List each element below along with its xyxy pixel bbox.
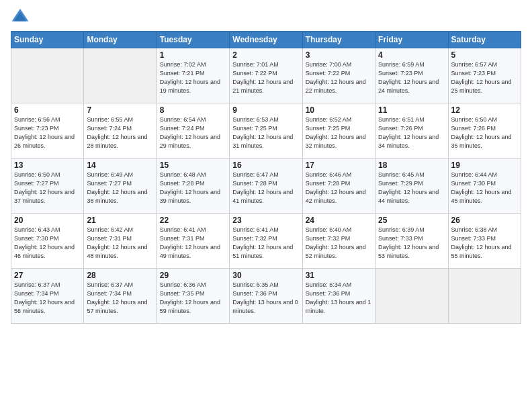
day-number: 1 [160,50,226,60]
day-number: 7 [87,105,153,115]
day-info: Sunrise: 6:39 AMSunset: 7:33 PMDaylight:… [378,226,445,261]
calendar-cell: 19Sunrise: 6:44 AMSunset: 7:30 PMDayligh… [448,158,521,214]
calendar-cell: 28Sunrise: 6:37 AMSunset: 7:34 PMDayligh… [84,269,157,324]
day-number: 2 [232,50,299,60]
day-info: Sunrise: 6:34 AMSunset: 7:36 PMDaylight:… [306,281,372,316]
day-info: Sunrise: 6:51 AMSunset: 7:26 PMDaylight:… [378,116,445,150]
weekday-row: SundayMondayTuesdayWednesdayThursdayFrid… [11,32,521,48]
day-number: 12 [451,105,518,115]
calendar-cell: 16Sunrise: 6:47 AMSunset: 7:28 PMDayligh… [230,158,302,214]
calendar-cell: 9Sunrise: 6:53 AMSunset: 7:25 PMDaylight… [230,103,302,158]
day-number: 22 [160,216,226,225]
calendar-week-2: 6Sunrise: 6:56 AMSunset: 7:23 PMDaylight… [11,103,521,158]
day-number: 26 [451,216,518,225]
calendar-cell: 24Sunrise: 6:40 AMSunset: 7:32 PMDayligh… [302,214,375,269]
header [11,7,521,26]
calendar-table: SundayMondayTuesdayWednesdayThursdayFrid… [11,31,521,324]
calendar-cell: 5Sunrise: 6:57 AMSunset: 7:23 PMDaylight… [448,48,521,103]
day-info: Sunrise: 6:35 AMSunset: 7:36 PMDaylight:… [232,281,299,316]
page: SundayMondayTuesdayWednesdayThursdayFrid… [0,0,532,411]
calendar-cell: 8Sunrise: 6:54 AMSunset: 7:24 PMDaylight… [157,103,229,158]
day-info: Sunrise: 7:00 AMSunset: 7:22 PMDaylight:… [306,60,372,95]
day-number: 23 [232,216,299,225]
weekday-header-tuesday: Tuesday [157,32,229,48]
day-info: Sunrise: 6:50 AMSunset: 7:26 PMDaylight:… [451,116,518,150]
calendar-cell: 20Sunrise: 6:43 AMSunset: 7:30 PMDayligh… [11,214,84,269]
weekday-header-thursday: Thursday [302,32,375,48]
day-number: 8 [160,105,226,115]
day-number: 24 [306,216,372,225]
calendar-body: 1Sunrise: 7:02 AMSunset: 7:21 PMDaylight… [11,48,521,324]
day-number: 30 [232,271,299,280]
day-info: Sunrise: 7:01 AMSunset: 7:22 PMDaylight:… [232,60,299,95]
calendar-week-5: 27Sunrise: 6:37 AMSunset: 7:34 PMDayligh… [11,269,521,324]
day-number: 19 [451,161,518,170]
calendar-cell: 25Sunrise: 6:39 AMSunset: 7:33 PMDayligh… [375,214,448,269]
day-number: 27 [14,271,81,280]
day-number: 21 [87,216,153,225]
day-info: Sunrise: 6:50 AMSunset: 7:27 PMDaylight:… [14,171,81,205]
day-number: 13 [14,161,81,170]
day-info: Sunrise: 6:46 AMSunset: 7:28 PMDaylight:… [306,171,372,205]
weekday-header-wednesday: Wednesday [230,32,302,48]
calendar-cell: 29Sunrise: 6:36 AMSunset: 7:35 PMDayligh… [157,269,229,324]
day-info: Sunrise: 6:38 AMSunset: 7:33 PMDaylight:… [451,226,518,261]
day-info: Sunrise: 6:41 AMSunset: 7:31 PMDaylight:… [160,226,226,261]
calendar-cell [448,269,521,324]
day-number: 6 [14,105,81,115]
day-info: Sunrise: 6:36 AMSunset: 7:35 PMDaylight:… [160,281,226,316]
day-number: 10 [306,105,372,115]
day-number: 28 [87,271,153,280]
calendar-cell: 15Sunrise: 6:48 AMSunset: 7:28 PMDayligh… [157,158,229,214]
day-info: Sunrise: 6:54 AMSunset: 7:24 PMDaylight:… [160,116,226,150]
calendar-cell: 1Sunrise: 7:02 AMSunset: 7:21 PMDaylight… [157,48,229,103]
day-info: Sunrise: 6:42 AMSunset: 7:31 PMDaylight:… [87,226,153,261]
calendar-cell: 10Sunrise: 6:52 AMSunset: 7:25 PMDayligh… [302,103,375,158]
calendar-cell: 26Sunrise: 6:38 AMSunset: 7:33 PMDayligh… [448,214,521,269]
weekday-header-friday: Friday [375,32,448,48]
day-info: Sunrise: 6:56 AMSunset: 7:23 PMDaylight:… [14,116,81,150]
day-number: 14 [87,161,153,170]
calendar-cell: 31Sunrise: 6:34 AMSunset: 7:36 PMDayligh… [302,269,375,324]
day-info: Sunrise: 6:53 AMSunset: 7:25 PMDaylight:… [232,116,299,150]
day-info: Sunrise: 6:59 AMSunset: 7:23 PMDaylight:… [378,60,445,95]
calendar-cell: 12Sunrise: 6:50 AMSunset: 7:26 PMDayligh… [448,103,521,158]
day-info: Sunrise: 6:37 AMSunset: 7:34 PMDaylight:… [14,281,81,316]
calendar-cell: 17Sunrise: 6:46 AMSunset: 7:28 PMDayligh… [302,158,375,214]
calendar-week-3: 13Sunrise: 6:50 AMSunset: 7:27 PMDayligh… [11,158,521,214]
weekday-header-monday: Monday [84,32,157,48]
calendar-cell: 4Sunrise: 6:59 AMSunset: 7:23 PMDaylight… [375,48,448,103]
calendar-cell: 30Sunrise: 6:35 AMSunset: 7:36 PMDayligh… [230,269,302,324]
day-number: 11 [378,105,445,115]
calendar-cell [375,269,448,324]
weekday-header-saturday: Saturday [448,32,521,48]
day-number: 5 [451,50,518,60]
calendar-week-1: 1Sunrise: 7:02 AMSunset: 7:21 PMDaylight… [11,48,521,103]
logo-icon [11,7,30,26]
calendar-cell: 21Sunrise: 6:42 AMSunset: 7:31 PMDayligh… [84,214,157,269]
calendar-cell: 14Sunrise: 6:49 AMSunset: 7:27 PMDayligh… [84,158,157,214]
day-number: 25 [378,216,445,225]
calendar-cell: 27Sunrise: 6:37 AMSunset: 7:34 PMDayligh… [11,269,84,324]
day-info: Sunrise: 6:47 AMSunset: 7:28 PMDaylight:… [232,171,299,205]
day-info: Sunrise: 6:37 AMSunset: 7:34 PMDaylight:… [87,281,153,316]
calendar-cell [84,48,157,103]
day-number: 18 [378,161,445,170]
calendar-cell: 11Sunrise: 6:51 AMSunset: 7:26 PMDayligh… [375,103,448,158]
day-number: 3 [306,50,372,60]
day-info: Sunrise: 6:43 AMSunset: 7:30 PMDaylight:… [14,226,81,261]
day-info: Sunrise: 7:02 AMSunset: 7:21 PMDaylight:… [160,60,226,95]
day-info: Sunrise: 6:55 AMSunset: 7:24 PMDaylight:… [87,116,153,150]
day-info: Sunrise: 6:57 AMSunset: 7:23 PMDaylight:… [451,60,518,95]
day-number: 16 [232,161,299,170]
day-info: Sunrise: 6:45 AMSunset: 7:29 PMDaylight:… [378,171,445,205]
day-number: 31 [306,271,372,280]
calendar-header: SundayMondayTuesdayWednesdayThursdayFrid… [11,32,521,48]
day-number: 17 [306,161,372,170]
day-info: Sunrise: 6:40 AMSunset: 7:32 PMDaylight:… [306,226,372,261]
day-info: Sunrise: 6:52 AMSunset: 7:25 PMDaylight:… [306,116,372,150]
day-info: Sunrise: 6:48 AMSunset: 7:28 PMDaylight:… [160,171,226,205]
calendar-cell: 2Sunrise: 7:01 AMSunset: 7:22 PMDaylight… [230,48,302,103]
day-number: 20 [14,216,81,225]
calendar-cell: 23Sunrise: 6:41 AMSunset: 7:32 PMDayligh… [230,214,302,269]
